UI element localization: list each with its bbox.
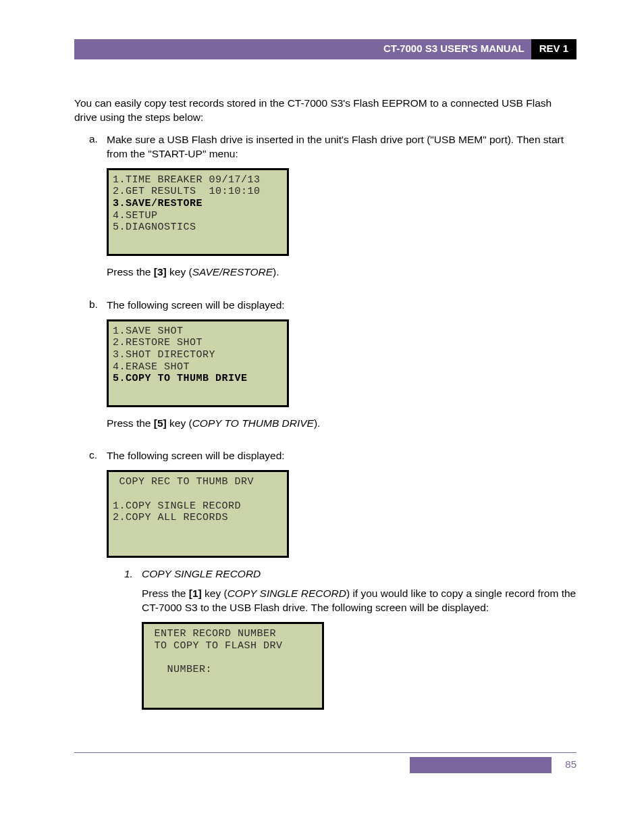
lcd-line: TO COPY TO FLASH DRV <box>148 640 283 652</box>
substep-1-title-wrap: COPY SINGLE RECORD <box>142 567 576 581</box>
ital-text: COPY TO THUMB DRIVE <box>192 417 314 429</box>
step-a-text: Make sure a USB Flash drive is inserted … <box>107 133 576 161</box>
text: key ( <box>202 588 227 599</box>
step-c-label: c. <box>89 449 107 719</box>
lcd-line: COPY REC TO THUMB DRV <box>113 476 254 488</box>
header-bar: CT-7000 S3 USER'S MANUAL REV 1 <box>74 39 576 59</box>
text: Press the <box>107 417 154 429</box>
text: Press the <box>142 588 189 599</box>
lcd-screen-enter-number: ENTER RECORD NUMBER TO COPY TO FLASH DRV… <box>142 622 324 710</box>
page-number: 85 <box>552 757 576 773</box>
substep-1-title: COPY SINGLE RECORD <box>142 568 261 579</box>
substep-1-body: Press the [1] key (COPY SINGLE RECORD) i… <box>142 587 576 615</box>
ital-text: COPY SINGLE RECORD <box>227 588 346 599</box>
lcd-line: 2.RESTORE SHOT <box>113 337 203 348</box>
lcd-line: 2.GET RESULTS 10:10:10 <box>113 186 261 197</box>
intro-text: You can easily copy test records stored … <box>74 97 576 125</box>
text: key ( <box>167 266 192 278</box>
lcd-line: 4.SETUP <box>113 210 158 221</box>
step-a-instruction: Press the [3] key (SAVE/RESTORE). <box>107 265 576 280</box>
text: key ( <box>167 417 192 429</box>
footer-accent <box>410 757 552 773</box>
substep-1-num: 1. <box>124 567 142 581</box>
step-b-content: The following screen will be displayed: … <box>107 298 576 443</box>
substep-1: 1. COPY SINGLE RECORD <box>124 567 576 581</box>
lcd-line: 1.SAVE SHOT <box>113 325 184 337</box>
lcd-screen-save-restore: 1.SAVE SHOT 2.RESTORE SHOT 3.SHOT DIRECT… <box>107 319 289 407</box>
lcd-line-bold: 3.SAVE/RESTORE <box>113 198 203 209</box>
step-b: b. The following screen will be displaye… <box>89 298 576 443</box>
footer-rule <box>74 752 576 753</box>
step-b-label: b. <box>89 298 107 443</box>
lcd-line: ENTER RECORD NUMBER <box>148 628 276 640</box>
lcd-line: 3.SHOT DIRECTORY <box>113 349 215 361</box>
step-a: a. Make sure a USB Flash drive is insert… <box>89 133 576 292</box>
lcd-screen-copy-menu: COPY REC TO THUMB DRV 1.COPY SINGLE RECO… <box>107 470 289 558</box>
key-3: [3] <box>154 266 167 278</box>
lcd-line: 2.COPY ALL RECORDS <box>113 512 228 523</box>
page: CT-7000 S3 USER'S MANUAL REV 1 You can e… <box>0 0 644 793</box>
ital-text: SAVE/RESTORE <box>192 266 273 278</box>
key-1: [1] <box>189 588 202 599</box>
key-5: [5] <box>154 417 167 429</box>
step-b-instruction: Press the [5] key (COPY TO THUMB DRIVE). <box>107 417 576 431</box>
lcd-line: 1.COPY SINGLE RECORD <box>113 500 241 512</box>
step-a-label: a. <box>89 133 107 292</box>
lcd-line: 4.ERASE SHOT <box>113 361 190 373</box>
text: ). <box>273 266 279 278</box>
text: ). <box>314 417 320 429</box>
step-a-content: Make sure a USB Flash drive is inserted … <box>107 133 576 292</box>
header-title: CT-7000 S3 USER'S MANUAL <box>377 39 531 59</box>
lcd-screen-startup: 1.TIME BREAKER 09/17/13 2.GET RESULTS 10… <box>107 168 289 256</box>
lcd-line: 5.DIAGNOSTICS <box>113 221 196 233</box>
step-b-text: The following screen will be displayed: <box>107 298 576 313</box>
step-c-text: The following screen will be displayed: <box>107 449 576 463</box>
step-c-content: The following screen will be displayed: … <box>107 449 576 719</box>
lcd-line: NUMBER: <box>148 664 212 675</box>
header-fill <box>74 39 377 59</box>
lcd-line-bold: 5.COPY TO THUMB DRIVE <box>113 373 248 384</box>
header-rev: REV 1 <box>531 39 576 59</box>
lcd-line: 1.TIME BREAKER 09/17/13 <box>113 174 261 186</box>
step-c: c. The following screen will be displaye… <box>89 449 576 719</box>
footer-bar: 85 <box>74 757 576 773</box>
footer: 85 <box>74 752 576 773</box>
text: Press the <box>107 266 154 278</box>
